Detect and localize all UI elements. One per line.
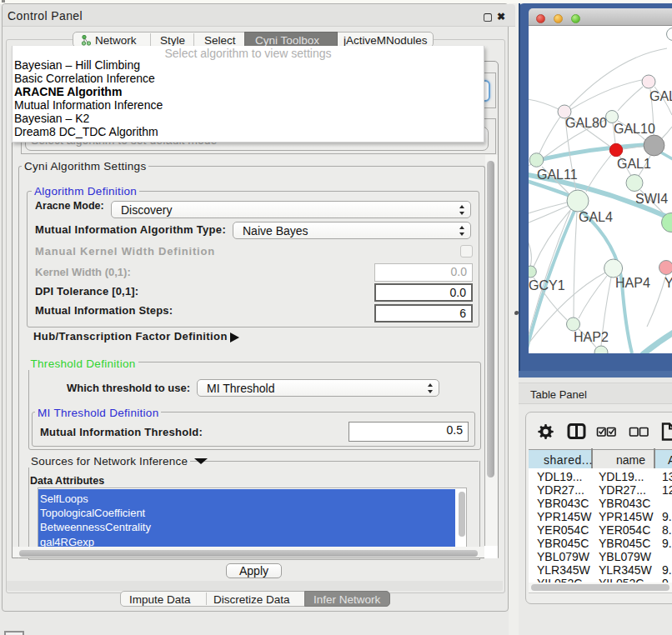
- svg-text:Y: Y: [664, 276, 672, 290]
- svg-text:HAP4: HAP4: [615, 276, 650, 290]
- svg-text:GAL11: GAL11: [537, 168, 578, 182]
- svg-text:SWI4: SWI4: [635, 192, 668, 206]
- svg-text:GAL10: GAL10: [614, 122, 655, 136]
- svg-text:GAL4: GAL4: [579, 210, 613, 224]
- svg-text:GCY1: GCY1: [529, 278, 565, 292]
- svg-text:GAL1: GAL1: [617, 157, 651, 171]
- svg-text:HAP2: HAP2: [574, 330, 609, 344]
- svg-text:GAL80: GAL80: [565, 116, 607, 130]
- svg-text:GAL7: GAL7: [649, 89, 672, 103]
